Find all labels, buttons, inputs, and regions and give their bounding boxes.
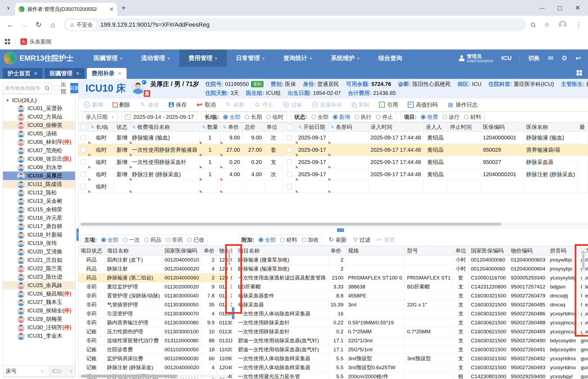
tab-close-icon[interactable]: ✕ xyxy=(76,71,79,76)
column-header[interactable]: 规格 xyxy=(346,246,405,256)
discharged-checkbox[interactable]: 出院 xyxy=(54,81,68,95)
sidebar-splitter-handle[interactable] xyxy=(76,228,79,241)
toolbar-button-高值扫码[interactable]: 高值扫码 xyxy=(408,101,438,108)
row-checkbox[interactable] xyxy=(287,172,292,177)
radio-option-收费[interactable]: 收费 xyxy=(421,113,438,121)
table-row[interactable]: 碧迪一次性使用动脉采血器(血气针)17.125G*5/1ml支C16030321… xyxy=(236,345,588,354)
patient-list-item[interactable]: ICU26_杨昌顺(停) xyxy=(3,290,75,298)
table-row[interactable]: 记账监护病房床位费00110900003060110900003 xyxy=(78,354,232,363)
column-header[interactable]: 状态 xyxy=(114,123,130,132)
column-header[interactable]: 国家医保编码 xyxy=(468,246,509,256)
column-header[interactable]: 物价编码 xyxy=(509,246,548,256)
patient-list-item[interactable]: ICU17_唐自耕 xyxy=(3,222,75,231)
patient-list-item[interactable]: ICU19_张玮 xyxy=(3,239,75,247)
table-row[interactable]: 药品肌肉注射 (皮下)0012040000102120400001 xyxy=(78,256,232,265)
date-range-input[interactable]: 2025-09-14 - 2025-09-17 xyxy=(121,112,197,122)
patient-list-item[interactable]: ICU13_吴金树 xyxy=(3,197,75,205)
radio-option-长期[interactable]: 长期 xyxy=(245,113,262,121)
table-row[interactable]: 一次性使用血液透析滤过器及配套管路2100PRISMAFLEX ST100 SP… xyxy=(236,274,588,282)
bookmark-item[interactable]: 头 头条新闻 xyxy=(20,38,51,45)
toolbar-button-删除[interactable]: 删除 xyxy=(113,101,130,108)
switch-button[interactable]: 切换 xyxy=(528,54,540,62)
toolbar-button-修改[interactable]: ✎修改 xyxy=(140,101,159,108)
patient-list-item[interactable]: ICU21_庄自如 xyxy=(3,256,75,264)
table-row[interactable]: 药品静脉注射0012040000204120400002 xyxy=(78,265,232,274)
radio-option-药品[interactable]: 药品 xyxy=(144,236,161,244)
patient-search-input[interactable]: 床号/姓名/住院号 xyxy=(3,83,52,94)
column-header[interactable]: 录入人 xyxy=(423,123,448,132)
toolbar-button-批量补录[interactable]: +批量补录 xyxy=(312,101,342,108)
tab-close-icon[interactable]: ✕ xyxy=(118,71,122,76)
patient-list-item[interactable]: ICU11_陈成强 xyxy=(3,180,75,188)
table-row[interactable]: 临时新增一次性使用静脉采血针10.200.20支2025-09-172025-0… xyxy=(78,156,588,168)
row-checkbox[interactable] xyxy=(81,184,86,189)
patient-list-item[interactable]: ICU05_汤锦 xyxy=(3,129,75,138)
table-row[interactable]: 临时新增一次性使用静脉营养输液袋127.0027.00套2025-09-1720… xyxy=(78,144,588,156)
patient-list-item[interactable]: ICU27_魏本玉 xyxy=(3,298,75,306)
filter-button[interactable]: ▽ 过滤 xyxy=(353,236,370,244)
browser-tab[interactable]: 操作者:管理员(D35070200552 ✕ xyxy=(15,3,117,16)
column-header[interactable]: 单价 xyxy=(328,246,346,256)
splitter-handle[interactable] xyxy=(337,228,344,232)
patient-list-item[interactable]: ICU08_张宗庄(医) xyxy=(3,155,75,163)
column-header[interactable]: 最 xyxy=(577,123,588,132)
column-header[interactable]: 单位 xyxy=(453,246,468,256)
tab-close-icon[interactable]: ✕ xyxy=(34,71,38,76)
radio-option-材料[interactable]: 材料 xyxy=(280,236,297,244)
column-header[interactable]: ✎长/临 xyxy=(88,123,114,132)
radio-option-诊疗[interactable]: 诊疗 xyxy=(442,113,460,121)
window-minimize-icon[interactable]: — xyxy=(539,5,545,11)
patient-list-item[interactable]: ICU29_胡梅英 xyxy=(3,315,75,323)
column-header[interactable]: 录入时间 xyxy=(368,123,424,132)
table-row[interactable]: 非药气管插管护理01130300005035011303000 xyxy=(78,300,232,309)
patient-list-item[interactable]: ICU03_徐柳英 xyxy=(3,121,75,129)
row-checkbox[interactable] xyxy=(287,135,292,140)
table-row[interactable]: 碧迪一次性使用动脉采血器(血气针)17.122G*1/3ml支C16030321… xyxy=(236,336,588,345)
tree-root[interactable]: ▼ ICU(28人) xyxy=(3,94,75,104)
row-checkbox[interactable] xyxy=(287,147,292,153)
radio-option-全部[interactable]: 全部 xyxy=(223,113,240,121)
patient-list-item[interactable]: ICU09_刘永华 xyxy=(3,163,75,172)
patient-list-item[interactable]: ICU23_陈仕进 xyxy=(3,273,75,281)
left-table-hscrollbar[interactable] xyxy=(78,374,228,378)
refresh-button[interactable]: ↻ 刷新 xyxy=(329,236,347,244)
page-tab[interactable]: 费用补录✕ xyxy=(87,68,127,79)
table-row[interactable]: 一次性使用人体动脉血样采集器5.53ml预设型0.6x25TW支C1603032… xyxy=(236,363,588,372)
home-icon[interactable]: ⌂ xyxy=(47,21,59,29)
window-maximize-icon[interactable]: ▢ xyxy=(557,5,562,11)
row-checkbox[interactable] xyxy=(287,159,292,165)
page-tab[interactable]: 医嘱管理✕ xyxy=(45,68,84,79)
fee-hscrollbar[interactable] xyxy=(78,222,588,226)
sidebar-refresh-button[interactable]: 刷新 xyxy=(70,83,78,93)
table-row[interactable]: 临时 xyxy=(78,181,588,193)
column-header[interactable]: 停止时间 xyxy=(448,123,480,132)
column-header[interactable]: 医保名称 xyxy=(524,123,577,132)
radio-option-新增[interactable]: 新增 xyxy=(333,113,350,121)
toolbar-button-操作日志[interactable]: ▤操作日志 xyxy=(448,101,477,108)
toolbar-button-新增[interactable]: +新增 xyxy=(84,101,103,108)
column-header[interactable]: ✎单价 xyxy=(220,123,242,132)
table-row[interactable]: 一次性使用静脉采血针0.20.7*25MM0.7*25MM支C160306215… xyxy=(236,327,588,336)
column-header[interactable]: 拼音码 xyxy=(548,246,578,256)
table-row[interactable]: 记账压力性损伤护理011303000100100113030001 xyxy=(78,327,232,336)
table-row[interactable]: 动脉采血器套件8.84558PE支C1603032150095002726047… xyxy=(236,291,588,300)
column-header[interactable] xyxy=(283,123,296,132)
menu-item[interactable]: 医嘱管理∨ xyxy=(84,49,132,67)
table-row[interactable]: 非药引流管护理0113030000704011303000 xyxy=(78,309,232,318)
menu-item[interactable]: 流动管理∨ xyxy=(132,49,179,67)
table-row[interactable]: 非药重症监护护理0113020000209011302000 xyxy=(78,282,232,291)
table-row[interactable]: 非药置管护理 (深静脉/动脉)0113030000407.8011303000 xyxy=(78,291,232,300)
column-header[interactable]: ✎数量 xyxy=(200,123,220,132)
new-tab-button[interactable]: + xyxy=(121,4,126,12)
toolbar-button-过账[interactable]: ¥过账 xyxy=(283,101,302,108)
patient-list-item[interactable]: ICU16_许元星 xyxy=(3,214,75,222)
patient-list-item[interactable]: ICU12_陈松 xyxy=(3,188,75,197)
bookmark-star-icon[interactable]: ☆ xyxy=(544,21,550,29)
toolbar-button-复制[interactable]: 复制 xyxy=(352,101,369,108)
table-row[interactable]: 一次性使用人体动脉血样采集器5.53ml预设型3ml预设型支C160303215… xyxy=(236,354,588,363)
column-header[interactable]: 总价 xyxy=(242,123,264,132)
toolbar-button-引用[interactable]: ↓引用 xyxy=(379,101,398,108)
column-header[interactable]: ✎开始日期 xyxy=(296,123,328,132)
row-checkbox[interactable] xyxy=(287,184,292,189)
menu-item[interactable]: 日常管理∨ xyxy=(227,49,274,67)
